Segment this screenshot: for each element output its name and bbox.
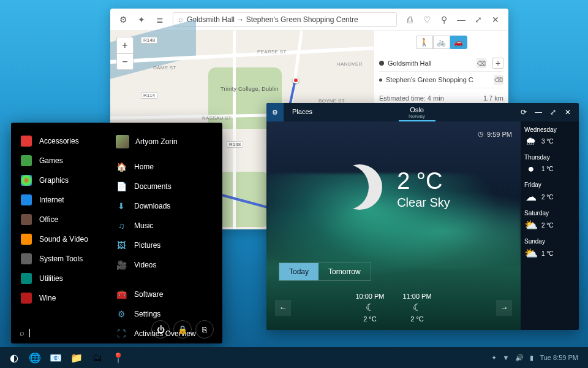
tab-tomorrow[interactable]: Tomorrow [318,263,371,280]
start-button[interactable]: ◐ [5,349,23,366]
volume-icon[interactable]: 🔊 [515,354,524,362]
favorite-icon[interactable]: ♡ [419,12,435,28]
minimize-icon[interactable]: — [533,108,543,117]
zoom-in-button[interactable]: + [117,37,133,53]
lock-button[interactable]: 🔒 [173,320,192,339]
system-icon: ⚙ [116,309,127,320]
mail-icon[interactable]: 📧 [47,349,65,366]
forecast-day: Friday ☁2 °C [524,182,575,204]
hourly-prev-button[interactable]: ← [275,300,291,316]
place-label: Downloads [134,202,170,210]
places-tab[interactable]: Places [284,103,321,121]
maximize-icon[interactable]: ⤢ [548,108,558,117]
current-time: ◷ 9:59 PM [478,130,512,138]
moon-icon: ☾ [403,302,432,313]
system-tray: ✦ ▼ 🔊 ▮ Tue 8:59 PM [491,354,583,362]
power-button[interactable]: ⏻ [151,320,170,339]
maximize-icon[interactable]: ⤢ [470,12,486,28]
street-label: PEARSE ST [257,49,287,55]
waypoint-row: Stephen's Green Shopping C ⌫ [379,72,503,88]
category-item[interactable]: Office [11,210,106,229]
user-name: Artyom Zorin [135,137,178,146]
forecast-day: Thursday ●1 °C [524,154,575,175]
category-item[interactable]: Accessories [11,131,106,151]
road-shield: R114 [141,92,157,99]
logout-button[interactable]: ⎘ [195,320,214,339]
tray-icon[interactable]: ✦ [491,354,497,362]
category-item[interactable]: Sound & Video [11,229,106,249]
add-waypoint-button[interactable]: + [492,58,503,69]
mode-walk-icon[interactable]: 🚶 [416,36,433,49]
place-item[interactable]: ⬇Downloads [106,196,222,216]
street-label: DAME ST [153,65,176,71]
chrome-icon[interactable]: 🌐 [26,349,44,366]
maps-search-input[interactable]: ⌕ Goldsmith Hall → Stephen's Green Shopp… [173,12,397,27]
files-icon[interactable]: 📁 [67,349,86,366]
wifi-icon[interactable]: ▼ [503,354,510,361]
battery-icon[interactable]: ▮ [530,354,533,362]
menu-categories: AccessoriesGamesGraphicsInternetOfficeSo… [11,123,106,343]
mode-bike-icon[interactable]: 🚲 [433,36,450,49]
filter-icon[interactable]: ⚲ [436,12,452,28]
gear-icon[interactable]: ⚙ [266,103,284,121]
weather-main: ◷ 9:59 PM 2 °C Clear Sky Today Tomorrow … [266,121,521,330]
country-name: Norway [409,113,425,119]
place-item[interactable]: 🖼Pictures [106,236,222,255]
close-icon[interactable]: ✕ [563,108,573,117]
folder-icon: 🎥 [116,259,127,270]
place-item[interactable]: ♫Music [106,216,222,236]
category-item[interactable]: Games [11,151,106,171]
place-item[interactable]: 📄Documents [106,177,222,196]
forecast-day: Sunday ⛅1 °C [524,238,575,260]
delete-waypoint-icon[interactable]: ⌫ [477,58,486,68]
gear-icon[interactable]: ⚙ [115,12,131,28]
hourly-next-button[interactable]: → [496,300,512,316]
category-icon [21,253,32,264]
print-icon[interactable]: ⎙ [402,12,418,28]
place-label: Home [134,163,154,171]
city-tab[interactable]: Oslo Norway [321,103,513,121]
category-item[interactable]: Wine [11,288,106,308]
place-item[interactable]: 🎥Videos [106,255,222,275]
layers-icon[interactable]: ≣ [152,12,168,28]
delete-waypoint-icon[interactable]: ⌫ [494,75,503,85]
category-item[interactable]: Graphics [11,171,106,190]
place-item[interactable]: 🏠Home [106,157,222,177]
map-pin[interactable] [293,77,299,83]
category-item[interactable]: Internet [11,190,106,210]
waypoint-input[interactable]: Stephen's Green Shopping C [386,74,490,85]
close-icon[interactable]: ✕ [488,12,503,28]
refresh-icon[interactable]: ⟳ [519,108,529,117]
category-icon [21,273,32,284]
category-icon [21,293,32,304]
files-alt-icon[interactable]: 🗂 [88,349,107,366]
clock[interactable]: Tue 8:59 PM [540,354,578,361]
system-item[interactable]: 🧰Software [106,285,222,304]
category-item[interactable]: Utilities [11,269,106,288]
folder-icon: 📄 [116,181,127,192]
route-distance: 1.7 km [483,94,503,102]
waypoint-input[interactable]: Goldsmith Hall [388,58,473,69]
route-icon[interactable]: ✦ [134,12,149,28]
category-label: Accessories [39,137,79,145]
mode-car-icon[interactable]: 🚗 [450,36,467,49]
poi-label: Trinity College, Dublin [221,86,279,92]
hour-temp: 2 °C [403,315,432,323]
city-name: Oslo [410,106,424,113]
street-label: NASSAU ST [202,115,232,121]
weather-titlebar: ⚙ Places Oslo Norway ⟳ — ⤢ ✕ [266,103,579,121]
tab-today[interactable]: Today [279,263,318,280]
menu-search-input[interactable]: ⌕ [20,328,30,337]
clock-icon: ◷ [478,130,484,138]
category-label: Games [39,156,63,165]
hour-label: 10:00 PM [355,293,384,300]
category-item[interactable]: System Tools [11,249,106,269]
minimize-icon[interactable]: — [453,12,469,28]
power-controls: ⏻ 🔒 ⎘ [151,320,214,339]
zoom-out-button[interactable]: − [117,53,133,69]
maps-icon[interactable]: 📍 [109,349,127,366]
waypoint-row: Goldsmith Hall ⌫ + [379,55,503,72]
user-entry[interactable]: Artyom Zorin [106,131,222,157]
hour-temp: 2 °C [355,315,384,323]
system-label: Software [134,290,163,299]
